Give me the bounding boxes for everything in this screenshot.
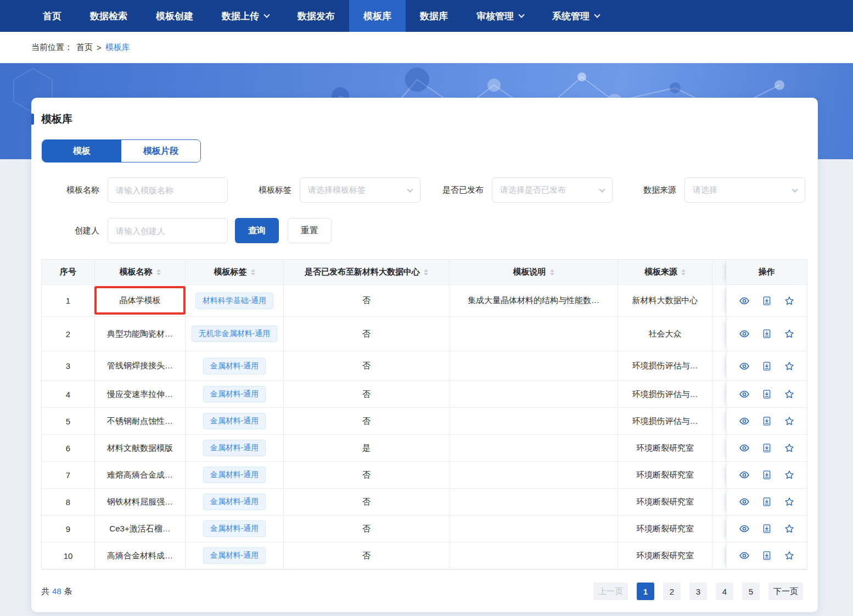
nav-item-data-upload[interactable]: 数据上传 (207, 0, 283, 32)
column-header-2[interactable]: 模板标签 (186, 260, 284, 285)
nav-item-database[interactable]: 数据库 (406, 0, 462, 32)
cell-description (450, 381, 618, 408)
download-icon[interactable] (762, 296, 772, 306)
cell-template-name: 高熵合金材料成… (95, 542, 186, 569)
breadcrumb-separator: > (97, 43, 102, 52)
eye-icon[interactable] (739, 523, 750, 534)
nav-item-data-publish[interactable]: 数据发布 (283, 0, 349, 32)
star-icon[interactable] (784, 550, 795, 561)
download-icon[interactable] (762, 551, 772, 561)
template-name-text[interactable]: 高熵合金材料成… (107, 551, 173, 561)
download-icon[interactable] (762, 470, 772, 480)
table-spacer-cell (712, 285, 726, 317)
next-page-button[interactable]: 下一页 (768, 583, 803, 600)
eye-icon[interactable] (739, 295, 750, 306)
template-name-text[interactable]: 慢应变速率拉伸… (107, 389, 173, 400)
table-spacer-cell (712, 516, 726, 542)
star-icon[interactable] (784, 361, 795, 372)
nav-item-template-library[interactable]: 模板库 (349, 0, 406, 32)
breadcrumb-home-link[interactable]: 首页 (76, 42, 93, 53)
nav-item-label: 数据检索 (90, 10, 127, 23)
download-icon[interactable] (762, 329, 772, 339)
nav-item-home[interactable]: 首页 (29, 0, 76, 32)
published-label: 是否已发布 (420, 185, 484, 195)
column-header-label: 模板说明 (513, 267, 546, 277)
sort-icon[interactable] (550, 269, 554, 276)
template-name-input[interactable] (108, 177, 228, 203)
download-icon[interactable] (762, 497, 772, 507)
column-header-5[interactable]: 模板来源 (618, 260, 712, 285)
nav-item-system-management[interactable]: 系统管理 (538, 0, 614, 32)
sort-icon[interactable] (251, 269, 255, 276)
download-icon[interactable] (762, 443, 772, 453)
page-button-5[interactable]: 5 (742, 583, 760, 600)
star-icon[interactable] (784, 469, 795, 480)
star-icon[interactable] (784, 295, 795, 306)
eye-icon[interactable] (739, 550, 750, 561)
template-name-text[interactable]: 典型功能陶瓷材… (107, 329, 173, 339)
star-icon[interactable] (784, 443, 795, 453)
search-button[interactable]: 查询 (235, 218, 279, 243)
template-name-text[interactable]: 不锈钢耐点蚀性… (107, 416, 173, 427)
download-icon[interactable] (762, 361, 772, 371)
prev-page-button[interactable]: 上一页 (593, 583, 628, 600)
star-icon[interactable] (784, 496, 795, 507)
template-name-text[interactable]: 难熔高熵合金成… (107, 470, 173, 480)
cell-template-tag: 金属材料-通用 (186, 542, 284, 569)
template-name-text[interactable]: 晶体学模板 (120, 295, 161, 306)
reset-button[interactable]: 重置 (288, 218, 332, 243)
cell-template-tag: 金属材料-通用 (186, 408, 284, 435)
eye-icon[interactable] (739, 469, 750, 480)
chevron-down-icon (599, 186, 605, 192)
cell-index: 6 (42, 435, 95, 462)
tab-template-fragment[interactable]: 模板片段 (121, 140, 200, 162)
sort-icon[interactable] (156, 269, 161, 276)
eye-icon[interactable] (739, 416, 750, 427)
download-icon[interactable] (762, 524, 772, 534)
eye-icon[interactable] (739, 496, 750, 507)
star-icon[interactable] (784, 523, 795, 534)
page-button-4[interactable]: 4 (716, 583, 733, 600)
creator-input[interactable] (108, 218, 228, 243)
star-icon[interactable] (784, 328, 795, 339)
page-button-3[interactable]: 3 (689, 583, 707, 600)
cell-source: 环境损伤评估与… (618, 381, 712, 408)
template-name-text[interactable]: 管线钢焊接接头… (107, 361, 173, 371)
template-name-text[interactable]: 钢铁材料屈服强… (107, 497, 173, 507)
nav-item-template-create[interactable]: 模板创建 (142, 0, 207, 32)
tab-template[interactable]: 模板 (42, 140, 121, 162)
eye-icon[interactable] (739, 328, 750, 339)
nav-item-data-search[interactable]: 数据检索 (76, 0, 142, 32)
template-tag-select-placeholder: 请选择模板标签 (308, 185, 366, 195)
column-header-1[interactable]: 模板名称 (95, 260, 186, 285)
page-button-1[interactable]: 1 (637, 583, 654, 600)
eye-icon[interactable] (739, 389, 750, 400)
star-icon[interactable] (784, 389, 795, 400)
cell-published: 否 (284, 351, 450, 381)
sort-icon[interactable] (681, 269, 686, 276)
column-header-3[interactable]: 是否已发布至新材料大数据中心 (284, 260, 450, 285)
page-button-2[interactable]: 2 (663, 583, 681, 600)
download-icon[interactable] (762, 389, 772, 399)
table-row: 9Ce3+激活石榴…金属材料-通用否环境断裂研究室 (42, 516, 807, 542)
template-name-text[interactable]: 材料文献数据模版 (107, 443, 173, 453)
eye-icon[interactable] (739, 443, 750, 453)
column-header-4[interactable]: 模板说明 (450, 260, 618, 285)
action-buttons (739, 361, 795, 372)
template-tag-badge: 金属材料-通用 (203, 440, 266, 456)
breadcrumb-current[interactable]: 模板库 (105, 42, 130, 53)
published-select[interactable]: 请选择是否已发布 (492, 177, 613, 203)
cell-published: 否 (284, 462, 450, 489)
cell-template-tag: 金属材料-通用 (186, 435, 284, 462)
template-tag-select[interactable]: 请选择模板标签 (300, 177, 420, 203)
download-icon[interactable] (762, 416, 772, 426)
cell-description: 集成大量晶体材料的结构与性能数… (450, 285, 618, 317)
total-count-text: 共48条 (41, 586, 72, 597)
nav-item-review-management[interactable]: 审核管理 (462, 0, 538, 32)
template-name-text[interactable]: Ce3+激活石榴… (109, 524, 170, 534)
star-icon[interactable] (784, 416, 795, 427)
sort-icon[interactable] (424, 269, 428, 276)
template-tag-badge: 金属材料-通用 (203, 467, 266, 483)
data-source-select[interactable]: 请选择 (684, 177, 805, 203)
eye-icon[interactable] (739, 361, 750, 372)
